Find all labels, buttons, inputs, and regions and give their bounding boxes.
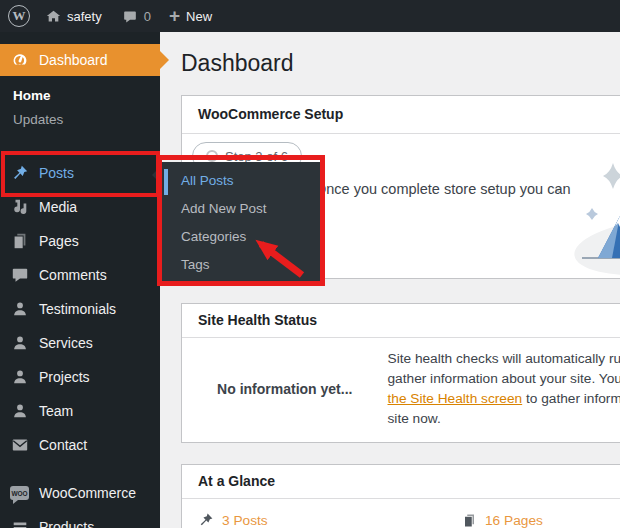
sidebar-item-label: Projects [39,369,90,385]
person-icon [10,300,29,319]
progress-circle-icon [206,150,218,162]
person-icon [10,402,29,421]
site-health-line: gather information about your site. You … [388,369,620,389]
flyout-item-all-posts[interactable]: All Posts [160,167,320,195]
flyout-item-add-new-post[interactable]: Add New Post [160,195,320,223]
sidebar-item-team[interactable]: Team [0,394,160,428]
site-health-screen-link[interactable]: the Site Health screen [388,391,523,406]
pages-icon [462,513,477,528]
sidebar-item-pages[interactable]: Pages [0,224,160,258]
glance-pages-link[interactable]: 16 Pages [462,512,543,528]
sidebar-item-label: Comments [39,267,107,283]
dashboard-submenu: Home Updates [0,76,160,132]
glance-posts-label: 3 Posts [222,513,268,528]
sidebar-item-label: Team [39,403,73,419]
wordpress-logo-icon: W [8,5,30,27]
plus-icon: + [169,6,180,25]
person-icon [10,334,29,353]
comments-count: 0 [144,9,151,24]
page-title: Dashboard [181,48,620,78]
sidebar-item-label: Contact [39,437,87,453]
at-a-glance-body: 3 Posts 16 Pages [182,499,620,528]
sidebar-item-products[interactable]: Products [0,510,160,528]
glance-posts-link[interactable]: 3 Posts [198,512,462,528]
sidebar-item-home[interactable]: Home [13,84,160,108]
site-health-line-rest: to gather information about your [522,391,620,406]
flyout-item-categories[interactable]: Categories [160,223,320,251]
pushpin-icon [10,164,29,183]
admin-bar: W safety 0 + New [0,0,620,32]
sidebar-item-testimonials[interactable]: Testimonials [0,292,160,326]
wp-logo-menu[interactable]: W [0,0,30,32]
sidebar-item-posts[interactable]: Posts [0,156,160,190]
sidebar-item-woocommerce[interactable]: WOO WooCommerce [0,476,160,510]
comments-menu[interactable]: 0 [122,0,151,32]
site-health-message: Site health checks will automatically ru… [388,349,620,429]
sidebar-item-contact[interactable]: Contact [0,428,160,462]
at-a-glance-title: At a Glance [182,465,620,499]
woocommerce-icon: WOO [10,484,29,503]
sidebar-item-label: Pages [39,233,79,249]
site-health-line: Site health checks will automatically ru… [388,349,620,369]
current-item-indicator-bar [164,169,168,195]
new-content-menu[interactable]: + New [169,0,212,32]
comment-bubble-icon [122,9,138,24]
site-health-line: site now. [388,409,620,429]
pages-icon [10,232,29,251]
flyout-item-tags[interactable]: Tags [160,251,320,279]
comment-icon [10,266,29,285]
dashboard-gauge-icon [10,51,29,70]
pushpin-icon [198,512,214,528]
sidebar-item-projects[interactable]: Projects [0,360,160,394]
woocommerce-setup-title: WooCommerce Setup [182,96,620,134]
sidebar-item-dashboard[interactable]: Dashboard [0,44,160,76]
admin-sidebar: Dashboard Home Updates Posts Media Pages… [0,32,160,528]
site-health-body: No information yet... Site health checks… [182,338,620,442]
site-health-status: No information yet... [182,349,388,429]
new-label: New [186,9,212,24]
site-health-line: the Site Health screen to gather informa… [388,389,620,409]
store-setup-illustration [542,144,620,278]
person-icon [10,368,29,387]
posts-flyout-menu: All Posts Add New Post Categories Tags [160,162,320,282]
site-name-label: safety [67,9,102,24]
site-health-title: Site Health Status [182,304,620,338]
sidebar-item-label: WooCommerce [39,485,136,501]
sidebar-item-label: Testimonials [39,301,116,317]
home-icon [46,9,61,24]
site-health-panel: Site Health Status No information yet...… [181,303,620,443]
sidebar-item-label: Dashboard [39,52,108,68]
sidebar-item-label: Media [39,199,77,215]
sidebar-separator [0,462,160,476]
sidebar-item-media[interactable]: Media [0,190,160,224]
sidebar-item-updates[interactable]: Updates [13,108,160,132]
sidebar-item-comments[interactable]: Comments [0,258,160,292]
glance-pages-label: 16 Pages [485,513,543,528]
products-icon [10,518,29,528]
setup-description: Once you complete store setup you can [315,181,571,197]
sidebar-item-services[interactable]: Services [0,326,160,360]
envelope-icon [10,436,29,455]
sidebar-item-label: Products [39,519,94,528]
media-icon [10,198,29,217]
sidebar-item-label: Services [39,335,93,351]
sidebar-item-label: Posts [39,165,74,181]
site-name-link[interactable]: safety [46,0,102,32]
at-a-glance-panel: At a Glance 3 Posts 16 Pages [181,464,620,528]
